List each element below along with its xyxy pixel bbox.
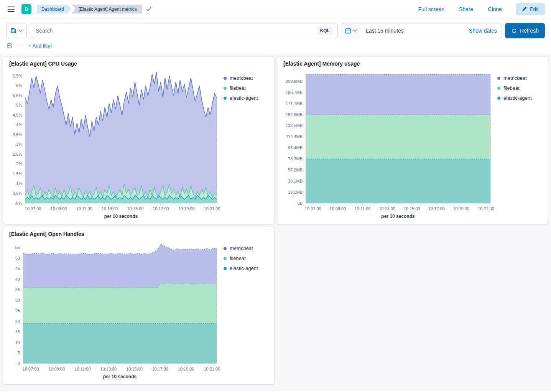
x-tick-label: 10:11:00	[76, 206, 92, 211]
chevron-down-icon	[19, 30, 23, 32]
show-dates-button[interactable]: Show dates	[467, 27, 502, 34]
legend-item-elastic-agent[interactable]: elastic-agent	[224, 265, 270, 271]
y-tick-label: 5.5%	[13, 93, 22, 98]
x-axis-title: per 10 seconds	[103, 374, 137, 379]
y-tick-label: 35	[15, 287, 20, 292]
filter-bar: + Add filter	[0, 41, 551, 54]
x-axis-title: per 10 seconds	[104, 214, 138, 219]
legend-dot	[224, 97, 227, 100]
legend-dot	[497, 87, 500, 90]
add-filter-button[interactable]: + Add filter	[26, 43, 54, 49]
legend-item-metricbeat[interactable]: metricbeat	[224, 245, 270, 251]
x-tick-label: 10:21:00	[478, 206, 494, 211]
saved-query-menu-button[interactable]	[6, 23, 27, 38]
time-range-value[interactable]: Last 15 minutes	[361, 28, 467, 34]
x-tick-label: 10:15:00	[127, 206, 144, 211]
x-tick-label: 10:11:00	[354, 206, 370, 211]
x-tick-label: 10:21:00	[204, 206, 220, 211]
memory-usage-legend: metricbeatfilebeatelastic-agent	[496, 68, 544, 221]
hamburger-icon	[8, 7, 15, 12]
breadcrumb-current-dashboard[interactable]: [Elastic Agent] Agent metrics	[72, 5, 142, 14]
breadcrumb-dashboard[interactable]: Dashboard	[37, 5, 71, 14]
legend-item-filebeat[interactable]: filebeat	[224, 85, 270, 91]
date-quick-menu-button[interactable]	[341, 23, 361, 38]
x-tick-label: 10:13:00	[102, 206, 118, 211]
menu-hamburger-button[interactable]	[6, 5, 16, 13]
panel-title: [Elastic Agent] Memory usage	[283, 61, 544, 67]
y-tick-label: 15	[15, 329, 20, 334]
filter-set-icon[interactable]	[6, 42, 13, 49]
y-tick-label: 171.7MB	[286, 101, 303, 106]
calendar-icon	[345, 28, 351, 34]
y-tick-label: 5	[18, 351, 20, 355]
legend-item-elastic-agent[interactable]: elastic-agent	[497, 95, 544, 101]
y-tick-label: 133.5MB	[286, 123, 303, 128]
legend-item-filebeat[interactable]: filebeat	[224, 255, 270, 261]
breadcrumb-check-icon[interactable]	[146, 7, 151, 11]
y-tick-label: 2.5%	[13, 152, 22, 156]
panel-cpu-usage: [Elastic Agent] CPU Usage 0%0.5%1%1.5%2%…	[3, 57, 274, 224]
y-tick-label: 10	[15, 340, 20, 345]
open-handles-area-elastic-agent	[23, 324, 217, 364]
x-tick-label: 10:09:00	[50, 206, 67, 211]
memory-usage-svg: 0B19.1MB38.1MB57.2MB76.3MB95.4MB114.4MB1…	[281, 68, 496, 221]
y-tick-label: 0	[18, 361, 20, 366]
refresh-button-label: Refresh	[520, 28, 539, 34]
pencil-icon	[522, 7, 527, 12]
breadcrumb: Dashboard [Elastic Agent] Agent metrics	[37, 5, 151, 14]
refresh-button[interactable]: Refresh	[505, 23, 545, 38]
legend-label: filebeat	[230, 85, 246, 91]
legend-item-metricbeat[interactable]: metricbeat	[497, 75, 544, 81]
x-tick-label: 10:15:00	[126, 367, 143, 371]
y-tick-label: 114.4MB	[286, 134, 303, 139]
date-picker: Last 15 minutes Show dates	[341, 23, 502, 38]
legend-dot	[224, 77, 227, 80]
header-actions: Full screen Share Clone Edit	[416, 3, 545, 15]
open-handles-chart: 051015202530354045505510:07:0010:09:0010…	[7, 238, 222, 381]
cpu-usage-legend: metricbeatfilebeatelastic-agent	[222, 68, 270, 221]
kql-toggle[interactable]: KQL	[317, 26, 333, 35]
edit-button-label: Edit	[530, 6, 539, 12]
x-tick-label: 10:09:00	[48, 367, 65, 371]
y-tick-label: 152.6MB	[286, 112, 303, 117]
x-tick-label: 10:17:00	[152, 367, 168, 371]
space-avatar[interactable]: D	[21, 4, 31, 14]
y-tick-label: 55	[15, 245, 20, 250]
y-tick-label: 6%	[16, 83, 22, 88]
x-tick-label: 10:07:00	[305, 206, 321, 211]
share-button[interactable]: Share	[457, 6, 475, 13]
search-input[interactable]	[35, 27, 314, 34]
legend-label: filebeat	[230, 255, 246, 261]
panel-title: [Elastic Agent] CPU Usage	[9, 61, 270, 67]
x-tick-label: 10:09:00	[329, 206, 346, 211]
open-handles-svg: 051015202530354045505510:07:0010:09:0010…	[7, 238, 222, 381]
query-bar: KQL Last 15 minutes Show dates Refresh	[0, 18, 551, 41]
legend-item-filebeat[interactable]: filebeat	[497, 85, 544, 91]
legend-label: elastic-agent	[230, 265, 258, 271]
legend-dot	[224, 257, 227, 260]
x-tick-label: 10:21:00	[204, 367, 220, 371]
full-screen-button[interactable]: Full screen	[416, 6, 446, 13]
filter-divider	[17, 46, 22, 46]
x-axis-title: per 10 seconds	[381, 214, 415, 219]
y-tick-label: 4%	[16, 122, 22, 127]
y-tick-label: 3%	[16, 142, 22, 147]
top-header: D Dashboard [Elastic Agent] Agent metric…	[0, 0, 551, 18]
edit-button[interactable]: Edit	[516, 3, 545, 15]
legend-label: elastic-agent	[230, 95, 258, 101]
y-tick-label: 4.5%	[13, 113, 22, 117]
save-icon	[10, 28, 16, 34]
legend-item-metricbeat[interactable]: metricbeat	[224, 75, 270, 81]
legend-item-elastic-agent[interactable]: elastic-agent	[224, 95, 270, 101]
x-tick-label: 10:19:00	[453, 206, 469, 211]
panel-title: [Elastic Agent] Open Handles	[9, 231, 270, 237]
y-tick-label: 3.5%	[13, 132, 22, 137]
y-tick-label: 1.5%	[13, 171, 22, 176]
x-tick-label: 10:07:00	[25, 206, 41, 211]
clone-button[interactable]: Clone	[485, 6, 504, 13]
y-tick-label: 25	[15, 308, 20, 313]
y-tick-label: 45	[15, 266, 20, 271]
y-tick-label: 6.5%	[13, 74, 22, 78]
search-box: KQL	[30, 23, 338, 38]
y-tick-label: 1%	[16, 181, 22, 186]
